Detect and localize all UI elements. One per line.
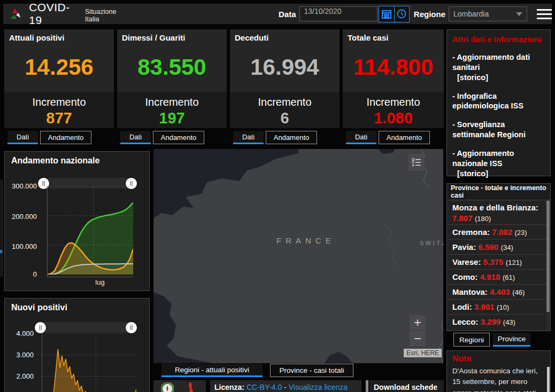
card-tabs: Dati Andamento bbox=[233, 131, 317, 144]
time-range-slider[interactable] bbox=[37, 322, 135, 333]
card-increment-box: Incremento 1.080 bbox=[343, 92, 444, 128]
map-tab-province-casi-totali[interactable]: Province - casi totali bbox=[270, 364, 353, 377]
info-item-text: - Aggiornamento nazionale ISS bbox=[452, 149, 514, 168]
province-row[interactable]: Varese: 5.375 (121) bbox=[447, 255, 550, 270]
app-subtitle: Situazione Italia bbox=[85, 8, 129, 23]
map-legend-button[interactable] bbox=[408, 154, 425, 171]
chart-title: Nuovi positivi bbox=[11, 303, 67, 312]
note-title: Note bbox=[452, 354, 545, 364]
zoom-out-button[interactable]: − bbox=[410, 331, 426, 346]
nuovi-positivi-chart bbox=[42, 333, 136, 392]
map-panel[interactable]: FRANCE SWITZERLAND + − Esri, HERE bbox=[153, 149, 443, 363]
province-increment: (180) bbox=[475, 215, 491, 223]
province-row[interactable]: Pavia: 6.590 (34) bbox=[447, 240, 550, 255]
province-value: 6.590 bbox=[479, 242, 499, 252]
increment-label: Incremento bbox=[343, 96, 444, 108]
y-tick: 0 bbox=[9, 270, 37, 278]
province-row[interactable]: Mantova: 4.403 (46) bbox=[447, 285, 550, 300]
x-tick: lug bbox=[89, 278, 111, 286]
province-increment: (34) bbox=[501, 244, 513, 252]
left-edge-blue-marker bbox=[0, 250, 2, 253]
info-item-storico-link[interactable]: [storico] bbox=[457, 73, 545, 83]
province-scrollbar[interactable] bbox=[546, 201, 550, 331]
province-name: Mantova: bbox=[452, 287, 488, 296]
province-value: 4.918 bbox=[480, 272, 500, 281]
link-infografica-iss[interactable]: - Infografica epidemiologica ISS bbox=[452, 91, 545, 112]
tab-dati[interactable]: Dati bbox=[233, 131, 264, 144]
info-item-text: - Aggiornamento dati sanitari bbox=[452, 53, 530, 72]
province-increment: (10) bbox=[497, 303, 509, 311]
province-row[interactable]: Como: 4.918 (61) bbox=[447, 270, 550, 285]
province-name: Pavia: bbox=[452, 242, 476, 252]
province-name: Varese: bbox=[452, 257, 481, 266]
tab-andamento[interactable]: Andamento bbox=[379, 131, 430, 144]
map-label-switzerland: SWITZERLAND bbox=[420, 240, 443, 246]
province-row[interactable]: Lecco: 3.299 (43) bbox=[447, 315, 550, 330]
note-scrollbar-thumb[interactable] bbox=[547, 367, 550, 392]
header-bar: COVID-19 Situazione Italia Data 13/10/20… bbox=[3, 4, 552, 24]
card-attuali-positivi: Attuali positivi 14.256 Incremento 877 bbox=[4, 29, 114, 128]
time-button[interactable] bbox=[394, 6, 410, 22]
andamento-nazionale-panel: Andamento nazionale 300.000 200.000 100.… bbox=[4, 151, 150, 291]
tab-dati[interactable]: Dati bbox=[7, 131, 38, 144]
slider-handle-right[interactable] bbox=[126, 322, 137, 333]
region-label: Regione bbox=[414, 10, 445, 19]
region-select[interactable]: Lombardia bbox=[449, 6, 527, 21]
card-increment-box: Incremento 197 bbox=[117, 92, 227, 128]
legend-icon bbox=[412, 158, 421, 167]
map-tab-regioni-attuali-positivi[interactable]: Regioni - attuali positivi bbox=[161, 364, 263, 377]
chart-title: Andamento nazionale bbox=[11, 156, 99, 166]
province-value: 4.403 bbox=[490, 287, 510, 296]
link-aggiornamento-dati-sanitari[interactable]: - Aggiornamento dati sanitari [storico] bbox=[452, 52, 545, 83]
download-text: Download schede e bbox=[374, 383, 437, 392]
note-text: D'Aosta comunica che ieri, 15 settembre,… bbox=[452, 366, 545, 392]
tab-andamento[interactable]: Andamento bbox=[266, 131, 317, 144]
link-sorveglianza-regioni[interactable]: - Sorveglianza settimanale Regioni bbox=[452, 120, 545, 140]
y-tick: 200.000 bbox=[9, 213, 37, 221]
card-increment-box: Incremento 6 bbox=[230, 92, 340, 128]
increment-value: 877 bbox=[4, 109, 114, 127]
date-input[interactable]: 13/10/2020 bbox=[299, 6, 378, 21]
footer-license-panel: Licenza: CC-BY-4.0 - Visualizza licenza bbox=[210, 380, 361, 392]
tab-dati[interactable]: Dati bbox=[346, 131, 376, 144]
side-tab-province[interactable]: Province bbox=[493, 333, 530, 347]
clock-icon bbox=[397, 9, 406, 19]
footer-download-panel[interactable]: Download schede e bbox=[369, 380, 444, 392]
info-item-storico-link[interactable]: [storico] bbox=[457, 169, 545, 179]
left-edge-panel-sliver bbox=[0, 179, 3, 277]
nuovi-positivi-panel: Nuovi positivi 4.000 3.000 2.000 bbox=[4, 298, 150, 392]
province-value: 7.082 bbox=[492, 228, 512, 237]
y-tick: 2.000 bbox=[8, 372, 34, 380]
province-row[interactable]: Lodi: 3.901 (10) bbox=[447, 300, 550, 315]
y-tick: 4.000 bbox=[8, 330, 34, 338]
card-title: Totale casi bbox=[348, 33, 388, 42]
slider-handle-left[interactable] bbox=[35, 322, 46, 333]
map-attribution: Esri, HERE bbox=[404, 349, 442, 357]
province-name: Lodi: bbox=[452, 302, 472, 311]
menu-button[interactable] bbox=[537, 9, 552, 19]
zoom-in-button[interactable]: + bbox=[410, 315, 426, 331]
side-tab-regioni[interactable]: Regioni bbox=[453, 333, 490, 347]
chevron-down-icon bbox=[516, 12, 522, 16]
province-scrollbar-thumb[interactable] bbox=[546, 201, 550, 312]
tab-andamento[interactable]: Andamento bbox=[153, 131, 204, 144]
y-tick: 3.000 bbox=[8, 351, 34, 359]
province-row[interactable]: Monza e della Brianza: 7.807 (180) bbox=[447, 200, 550, 225]
link-aggiornamento-nazionale-iss[interactable]: - Aggiornamento nazionale ISS [storico] bbox=[452, 148, 545, 179]
date-label: Data bbox=[279, 10, 296, 19]
tab-dati[interactable]: Dati bbox=[120, 131, 151, 144]
footer-logos-panel bbox=[153, 380, 206, 392]
footer-scrollbar[interactable] bbox=[366, 380, 368, 392]
tab-andamento[interactable]: Andamento bbox=[40, 131, 91, 144]
dashboard: COVID-19 Situazione Italia Data 13/10/20… bbox=[0, 0, 555, 392]
card-value: 14.256 bbox=[4, 42, 114, 92]
increment-label: Incremento bbox=[4, 96, 114, 108]
province-row[interactable]: Cremona: 7.082 (23) bbox=[447, 225, 550, 240]
info-item-text: - Sorveglianza settimanale Regioni bbox=[452, 120, 526, 139]
license-link[interactable]: CC-BY-4.0 bbox=[246, 383, 282, 391]
calendar-button[interactable] bbox=[379, 6, 394, 22]
province-value: 7.807 bbox=[452, 214, 473, 223]
province-increment: (46) bbox=[512, 288, 525, 296]
card-title: Dimessi / Guariti bbox=[122, 33, 185, 42]
view-license-link[interactable]: Visualizza licenza bbox=[289, 383, 348, 391]
